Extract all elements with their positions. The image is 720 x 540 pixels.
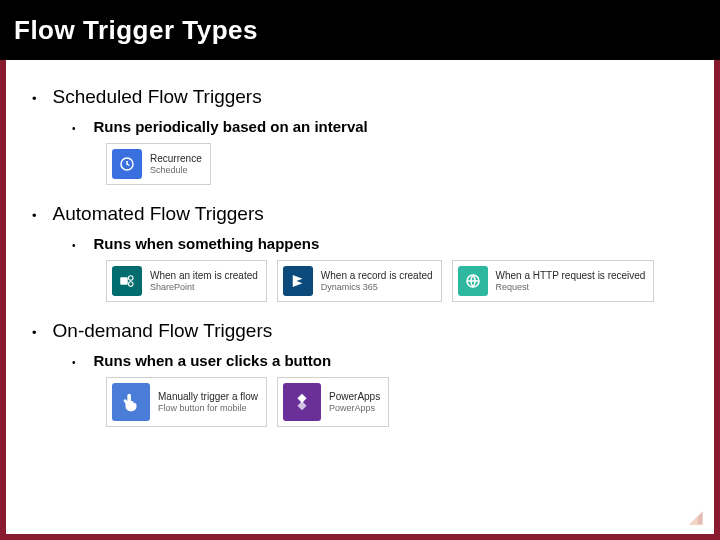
dynamics-icon — [283, 266, 313, 296]
card-text: Manually trigger a flow Flow button for … — [158, 391, 258, 413]
bullet-icon: • — [32, 326, 37, 339]
section-sub-row: • Runs when a user clicks a button — [14, 352, 706, 369]
svg-point-2 — [129, 276, 134, 281]
slide-body: • Scheduled Flow Triggers • Runs periodi… — [6, 60, 714, 534]
card-sub: PowerApps — [329, 403, 380, 413]
cards-row: When an item is created SharePoint When … — [14, 260, 706, 302]
bullet-icon: • — [32, 209, 37, 222]
section-automated: • Automated Flow Triggers • Runs when so… — [14, 203, 706, 302]
section-sub-row: • Runs when something happens — [14, 235, 706, 252]
card-text: When a record is created Dynamics 365 — [321, 270, 433, 292]
card-title: When a record is created — [321, 270, 433, 282]
section-heading: On-demand Flow Triggers — [53, 320, 273, 342]
card-sub: SharePoint — [150, 282, 258, 292]
card-sub: Schedule — [150, 165, 202, 175]
section-sub-row: • Runs periodically based on an interval — [14, 118, 706, 135]
section-sub: Runs when a user clicks a button — [94, 352, 332, 369]
section-scheduled: • Scheduled Flow Triggers • Runs periodi… — [14, 86, 706, 185]
section-ondemand: • On-demand Flow Triggers • Runs when a … — [14, 320, 706, 427]
card-sub: Dynamics 365 — [321, 282, 433, 292]
card-text: Recurrence Schedule — [150, 153, 202, 175]
trigger-type-list: • Scheduled Flow Triggers • Runs periodi… — [14, 86, 706, 427]
card-title: When a HTTP request is received — [496, 270, 646, 282]
http-icon — [458, 266, 488, 296]
card-text: When an item is created SharePoint — [150, 270, 258, 292]
bullet-icon: • — [72, 358, 76, 368]
section-heading-row: • On-demand Flow Triggers — [14, 320, 706, 342]
svg-point-3 — [129, 282, 134, 287]
sharepoint-icon — [112, 266, 142, 296]
card-title: PowerApps — [329, 391, 380, 403]
card-title: Manually trigger a flow — [158, 391, 258, 403]
trigger-card-powerapps: PowerApps PowerApps — [277, 377, 389, 427]
card-text: PowerApps PowerApps — [329, 391, 380, 413]
slide-header: Flow Trigger Types — [0, 0, 720, 60]
section-sub: Runs when something happens — [94, 235, 320, 252]
card-sub: Request — [496, 282, 646, 292]
watermark-icon — [686, 508, 706, 528]
bullet-icon: • — [72, 124, 76, 134]
trigger-card-manual: Manually trigger a flow Flow button for … — [106, 377, 267, 427]
bullet-icon: • — [72, 241, 76, 251]
trigger-card-dynamics: When a record is created Dynamics 365 — [277, 260, 442, 302]
section-heading: Scheduled Flow Triggers — [53, 86, 262, 108]
trigger-card-recurrence: Recurrence Schedule — [106, 143, 211, 185]
powerapps-icon — [283, 383, 321, 421]
bullet-icon: • — [32, 92, 37, 105]
clock-icon — [112, 149, 142, 179]
section-heading: Automated Flow Triggers — [53, 203, 264, 225]
section-sub: Runs periodically based on an interval — [94, 118, 368, 135]
slide-title: Flow Trigger Types — [14, 15, 258, 46]
section-heading-row: • Scheduled Flow Triggers — [14, 86, 706, 108]
trigger-card-http: When a HTTP request is received Request — [452, 260, 655, 302]
card-sub: Flow button for mobile — [158, 403, 258, 413]
section-heading-row: • Automated Flow Triggers — [14, 203, 706, 225]
card-text: When a HTTP request is received Request — [496, 270, 646, 292]
cards-row: Recurrence Schedule — [14, 143, 706, 185]
svg-rect-1 — [120, 277, 128, 285]
cards-row: Manually trigger a flow Flow button for … — [14, 377, 706, 427]
card-title: Recurrence — [150, 153, 202, 165]
card-title: When an item is created — [150, 270, 258, 282]
trigger-card-sharepoint: When an item is created SharePoint — [106, 260, 267, 302]
tap-icon — [112, 383, 150, 421]
